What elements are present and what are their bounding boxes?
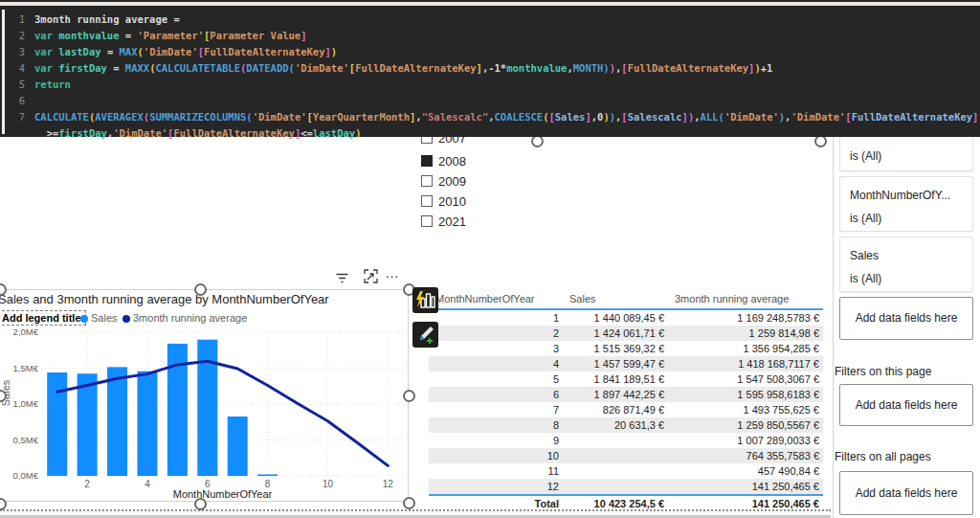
code-line[interactable]: 7CALCULATE(AVERAGEX(SUMMARIZECOLUMNS('Di… (0, 109, 980, 125)
table-cell: 141 250,465 € (668, 479, 819, 494)
filter-condition: is (All) (850, 149, 881, 163)
x-tick-label: 10 (323, 479, 334, 489)
legend-label-running-average[interactable]: 3month running average (133, 312, 247, 324)
table-cell: 10 (429, 448, 559, 463)
table-cell: 1 424 061,71 € (563, 326, 664, 341)
table-cell: 5 (429, 372, 559, 387)
y-tick-label: 0,5M€ (13, 435, 39, 445)
resize-handle[interactable] (403, 497, 415, 509)
resize-handle[interactable] (0, 390, 7, 402)
line-number: 3 (0, 44, 25, 60)
table-row[interactable]: 11457 490,84 € (429, 463, 823, 479)
table-visual[interactable]: MonthNumberOfYearSales3month running ave… (429, 289, 823, 510)
sales-bar[interactable] (228, 417, 248, 476)
x-tick-label: 12 (383, 479, 394, 489)
table-cell: 20 631,3 € (563, 417, 664, 433)
table-row[interactable]: 51 841 189,51 €1 547 508,3067 € (429, 372, 823, 387)
code-line[interactable]: 4var firstDay = MAXX(CALCULATETABLE(DATE… (0, 60, 980, 77)
code-line[interactable]: >=firstDay,'DimDate'[FullDateAlternateKe… (0, 125, 980, 142)
running-average-line[interactable] (57, 361, 389, 465)
line-number: 5 (0, 77, 25, 93)
add-data-fields-box-visual[interactable]: Add data fields here (839, 297, 973, 340)
table-cell: 1 007 289,0033 € (668, 433, 819, 448)
checkbox-unchecked[interactable] (421, 215, 433, 227)
checkbox-checked[interactable] (421, 155, 433, 167)
x-tick-label: 4 (145, 479, 150, 489)
sales-bar[interactable] (257, 474, 278, 476)
code-text: var monthvalue = 'Parameter'[Parameter V… (34, 28, 307, 44)
report-canvas: 20072008200920102021 … Sales and 3month … (0, 0, 980, 518)
table-total-cell: 141 250,465 € (668, 496, 819, 511)
dax-formula-bar[interactable]: 13month running average =2var monthvalue… (0, 6, 980, 137)
resize-handle[interactable] (0, 498, 7, 510)
table-cell: 1 259 814,98 € (668, 326, 819, 341)
table-row[interactable]: 31 515 369,32 €1 356 954,285 € (429, 341, 823, 356)
y-tick-label: 2,0M€ (13, 329, 39, 337)
code-line[interactable]: 5return (0, 77, 980, 93)
checkbox-unchecked[interactable] (421, 195, 433, 207)
add-data-fields-box-all-pages[interactable]: Add data fields here (839, 471, 973, 515)
focus-mode-icon[interactable] (364, 269, 378, 287)
table-cell (563, 463, 664, 479)
table-row[interactable]: 61 897 442,25 €1 595 958,6183 € (429, 387, 823, 402)
slicer-item-label: 2008 (438, 154, 466, 169)
resize-handle[interactable] (0, 283, 7, 296)
legend-title-placeholder[interactable]: Add legend title (0, 310, 86, 326)
table-row[interactable]: 10764 355,7583 € (429, 448, 823, 463)
resize-handle[interactable] (194, 283, 207, 296)
code-text: CALCULATE(AVERAGEX(SUMMARIZECOLUMNS('Dim… (34, 109, 978, 125)
filter-card[interactable]: Salesis (All) (839, 236, 973, 292)
table-header-0[interactable]: MonthNumberOfYear (435, 289, 535, 308)
y-tick-label: 1,5M€ (13, 363, 39, 373)
table-cell: 764 355,7583 € (668, 448, 819, 463)
table-cell: 2 (429, 326, 559, 341)
table-cell: 1 356 954,285 € (668, 341, 819, 356)
legend-label-sales[interactable]: Sales (91, 312, 118, 324)
table-total-cell: 10 423 254,5 € (563, 496, 664, 511)
checkbox-unchecked[interactable] (421, 175, 433, 187)
y-tick-label: 0,0M€ (13, 470, 39, 481)
combo-chart-plot[interactable]: 0,0M€0,5M€1,0M€1,5M€2,0M€24681012MonthNu… (0, 329, 409, 500)
format-painter-icon[interactable] (412, 322, 438, 348)
table-cell: 4 (429, 356, 559, 372)
add-data-fields-box-page[interactable]: Add data fields here (839, 384, 973, 426)
code-text: var lastDay = MAX('DimDate'[FullDateAlte… (34, 44, 337, 60)
table-row[interactable]: 41 457 599,47 €1 418 168,7117 € (429, 356, 823, 372)
table-cell: 8 (429, 417, 559, 433)
code-line[interactable]: 3var lastDay = MAX('DimDate'[FullDateAlt… (0, 44, 980, 60)
code-line[interactable]: 6 (0, 93, 980, 109)
sales-bar[interactable] (47, 372, 67, 476)
table-header-2[interactable]: 3month running average (675, 289, 789, 308)
filter-pane-divider (833, 137, 834, 518)
legend-dot-running-average (122, 315, 130, 323)
code-line[interactable]: 13month running average = (0, 11, 980, 28)
table-header-1[interactable]: Sales (569, 289, 596, 308)
table-row[interactable]: 91 007 289,0033 € (429, 433, 823, 448)
code-line[interactable]: 2var monthvalue = 'Parameter'[Parameter … (0, 28, 980, 44)
sales-bar[interactable] (78, 373, 98, 476)
line-number: 6 (0, 93, 25, 109)
table-row[interactable]: 11 440 089,45 €1 169 248,5783 € (429, 310, 823, 326)
table-row[interactable]: 7826 871,49 €1 493 755,625 € (429, 402, 823, 417)
insights-icon[interactable] (412, 287, 438, 313)
table-row[interactable]: 12141 250,465 € (429, 479, 823, 494)
filters-on-this-page-label: Filters on this page (835, 365, 931, 378)
resize-handle[interactable] (194, 498, 207, 510)
sales-bar[interactable] (107, 367, 127, 476)
sales-bar[interactable] (137, 372, 157, 476)
code-text: 3month running average = (34, 11, 180, 28)
line-number: 1 (0, 11, 25, 28)
filter-card[interactable]: MonthNumberOfY...is (All) (839, 176, 973, 232)
table-cell: 1 493 755,625 € (668, 402, 819, 417)
filter-funnel-icon[interactable] (335, 271, 349, 288)
table-row[interactable]: 21 424 061,71 €1 259 814,98 € (429, 326, 823, 341)
table-cell: 3 (429, 341, 559, 356)
x-tick-label: 2 (84, 479, 90, 489)
line-number: 2 (0, 28, 25, 44)
slicer-item-label: 2021 (438, 214, 466, 229)
table-row[interactable]: 820 631,3 €1 259 850,5567 € (429, 417, 823, 433)
table-cell: 1 515 369,32 € (563, 341, 664, 356)
resize-handle[interactable] (403, 390, 415, 402)
table-cell: 1 897 442,25 € (563, 387, 664, 402)
more-options-icon[interactable]: … (385, 264, 400, 281)
